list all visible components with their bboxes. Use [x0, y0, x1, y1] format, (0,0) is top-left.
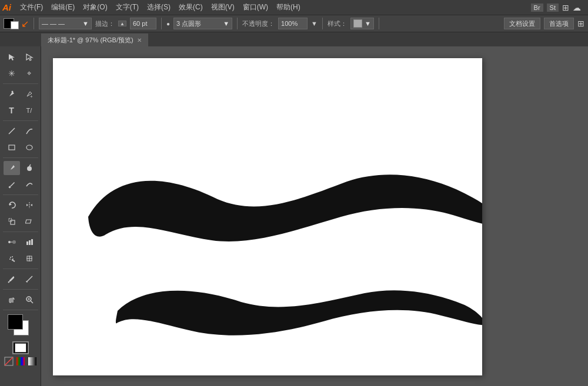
color-icon[interactable] — [16, 357, 25, 366]
pencil-tool[interactable] — [4, 177, 20, 192]
toolbar: ✳ ⌖ + T T/ — [0, 46, 41, 386]
arc-tool[interactable] — [21, 124, 38, 138]
tool-sep-1 — [3, 83, 38, 84]
svg-rect-38 — [28, 357, 36, 365]
tool-sep-2 — [3, 120, 38, 121]
rect-tool[interactable] — [4, 140, 20, 155]
pen-tool[interactable] — [4, 87, 20, 101]
line-tool[interactable] — [4, 124, 20, 138]
svg-point-21 — [12, 256, 13, 257]
main-area: ✳ ⌖ + T T/ — [0, 46, 588, 386]
menu-bar: Ai 文件(F) 编辑(E) 对象(O) 文字(T) 选择(S) 效果(C) 视… — [0, 0, 588, 15]
document-tab[interactable]: 未标题-1* @ 97% (RGB/预览) ✕ — [41, 33, 148, 46]
bridge-icon[interactable]: Br — [531, 4, 543, 12]
divider-5 — [379, 18, 379, 29]
tool-sep-3 — [3, 157, 38, 158]
tool-row-symbol — [0, 250, 41, 267]
menu-type[interactable]: 文字(T) — [112, 0, 143, 15]
options-bar: ↙ — — — ▼ 描边： ▲ 60 pt ● 3 点圆形 ▼ 不透明度： 10… — [0, 15, 588, 32]
menu-edit[interactable]: 编辑(E) — [47, 0, 79, 15]
cloud-icon[interactable]: ☁ — [573, 3, 581, 12]
style-dropdown[interactable]: ▼ — [350, 18, 374, 29]
hand-tool[interactable] — [4, 293, 20, 307]
lasso-tool[interactable]: ⌖ — [21, 66, 38, 80]
svg-rect-13 — [25, 220, 31, 223]
brush-tool[interactable] — [4, 161, 20, 175]
none-icon[interactable] — [4, 357, 14, 366]
doc-settings-button[interactable]: 文档设置 — [504, 18, 540, 29]
blend-tool[interactable] — [4, 235, 20, 249]
reflect-tool[interactable] — [21, 198, 38, 212]
tab-bar: 未标题-1* @ 97% (RGB/预览) ✕ — [0, 32, 588, 46]
add-anchor-tool[interactable]: + — [21, 87, 38, 101]
svg-point-2 — [11, 91, 13, 93]
artwork-svg — [53, 58, 482, 375]
svg-marker-0 — [9, 54, 15, 61]
preferences-button[interactable]: 首选项 — [544, 18, 574, 29]
stroke-size-stepper-up[interactable]: ▲ — [118, 21, 126, 26]
eyedropper-tool[interactable] — [4, 272, 20, 286]
stock-icon[interactable]: St — [547, 4, 559, 12]
opacity-input[interactable]: 100% — [278, 18, 308, 29]
svg-marker-9 — [9, 203, 12, 206]
tool-row-text: T T/ — [0, 102, 41, 119]
menu-help[interactable]: 帮助(H) — [272, 0, 305, 15]
select-tool[interactable] — [4, 50, 20, 64]
svg-rect-19 — [31, 239, 33, 245]
direct-select-tool[interactable] — [21, 50, 38, 64]
svg-point-15 — [12, 240, 16, 244]
tool-sep-7 — [3, 289, 38, 290]
zoom-tool[interactable] — [21, 293, 38, 307]
mesh-tool[interactable] — [21, 251, 38, 266]
tool-row-hand — [0, 291, 41, 308]
text-tool[interactable]: T — [4, 103, 20, 118]
divider-4 — [322, 18, 323, 29]
column-graph-tool[interactable] — [21, 235, 38, 249]
svg-rect-18 — [29, 240, 31, 245]
blob-brush-tool[interactable] — [21, 161, 38, 175]
tab-close-button[interactable]: ✕ — [137, 37, 142, 43]
scale-tool[interactable] — [4, 214, 20, 229]
svg-line-27 — [8, 281, 9, 283]
foreground-color-swatch[interactable] — [8, 314, 23, 330]
symbol-sprayer-tool[interactable] — [4, 251, 20, 266]
stroke-label: 描边： — [95, 19, 115, 28]
tool-row-rect — [0, 139, 41, 156]
color-area — [2, 312, 39, 368]
svg-rect-37 — [16, 357, 25, 365]
measure-tool[interactable] — [21, 272, 38, 286]
divider-3 — [237, 18, 238, 29]
workspace-icon[interactable]: ⊞ — [577, 19, 584, 28]
tool-row-pencil — [0, 176, 41, 193]
apps-icon[interactable]: ⊞ — [562, 3, 569, 12]
svg-point-6 — [26, 145, 32, 150]
shear-tool[interactable] — [21, 214, 38, 229]
stroke-type-dropdown[interactable]: — — — ▼ — [39, 18, 92, 29]
text-area-tool[interactable]: T/ — [21, 103, 38, 118]
magic-wand-tool[interactable]: ✳ — [4, 66, 20, 80]
fill-indicator[interactable] — [12, 341, 29, 354]
tool-row-blend — [0, 234, 41, 250]
tool-row-rotate — [0, 197, 41, 213]
menu-select[interactable]: 选择(S) — [143, 0, 175, 15]
ellipse-tool[interactable] — [21, 140, 38, 155]
tool-row-brush — [0, 160, 41, 176]
menu-view[interactable]: 视图(V) — [207, 0, 239, 15]
stroke-color-indicator[interactable] — [11, 21, 19, 29]
menu-object[interactable]: 对象(O) — [79, 0, 111, 15]
style-label: 样式： — [328, 19, 347, 28]
smooth-tool[interactable] — [21, 177, 38, 192]
svg-line-28 — [26, 276, 32, 282]
canvas-area[interactable] — [41, 46, 588, 386]
stroke-size-input[interactable]: 60 pt — [130, 18, 156, 29]
gradient-icon[interactable] — [28, 357, 37, 366]
svg-rect-5 — [9, 145, 15, 150]
tool-sep-5 — [3, 231, 38, 232]
tool-sep-4 — [3, 194, 38, 195]
rotate-tool[interactable] — [4, 198, 20, 212]
menu-window[interactable]: 窗口(W) — [239, 0, 272, 15]
menu-file[interactable]: 文件(F) — [16, 0, 47, 15]
brush-style-dropdown[interactable]: 3 点圆形 ▼ — [173, 18, 232, 29]
svg-point-20 — [10, 257, 11, 258]
menu-effect[interactable]: 效果(C) — [175, 0, 207, 15]
